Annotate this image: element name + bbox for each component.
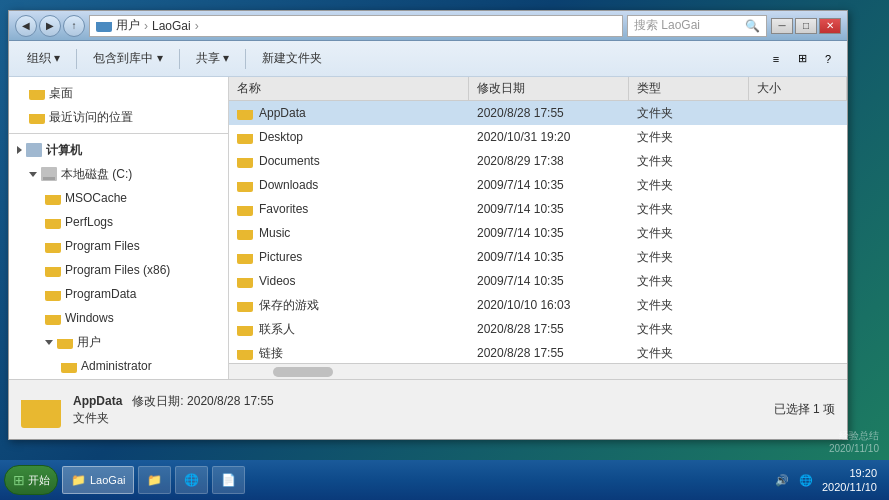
up-button[interactable]: ↑ (63, 15, 85, 37)
explorer-window: ◀ ▶ ↑ 用户 › LaoGai › 搜索 LaoGai 🔍 (8, 10, 848, 440)
file-date: 2020/8/28 17:55 (469, 317, 629, 341)
column-header-date[interactable]: 修改日期 (469, 77, 629, 100)
folder-icon (237, 251, 253, 264)
systray-icon-1[interactable]: 🔊 (774, 472, 790, 488)
file-size (749, 125, 847, 149)
forward-button[interactable]: ▶ (39, 15, 61, 37)
sidebar-item-desktop[interactable]: 桌面 (9, 81, 228, 105)
table-row[interactable]: 联系人2020/8/28 17:55文件夹 (229, 317, 847, 341)
sidebar-item-administrator[interactable]: Administrator (9, 354, 228, 378)
folder-icon (45, 312, 61, 325)
folder-icon (29, 87, 45, 100)
file-date: 2020/10/10 16:03 (469, 293, 629, 317)
file-type: 文件夹 (629, 197, 749, 221)
taskbar-item-chrome[interactable]: 🌐 (175, 466, 208, 494)
folder-icon (237, 179, 253, 192)
file-type: 文件夹 (629, 125, 749, 149)
sidebar-computer-header[interactable]: 计算机 (9, 138, 228, 162)
file-type: 文件夹 (629, 101, 749, 125)
view-details-button[interactable]: ≡ (765, 48, 787, 70)
column-header-size[interactable]: 大小 (749, 77, 847, 100)
sidebar-item-msocache[interactable]: MSOCache (9, 186, 228, 210)
folder-icon (237, 131, 253, 144)
window-controls: ─ □ ✕ (771, 18, 841, 34)
file-date: 2009/7/14 10:35 (469, 173, 629, 197)
separator (76, 49, 77, 69)
table-row[interactable]: AppData2020/8/28 17:55文件夹 (229, 101, 847, 125)
table-row[interactable]: 保存的游戏2020/10/10 16:03文件夹 (229, 293, 847, 317)
breadcrumb-item[interactable]: 用户 (116, 17, 140, 34)
title-bar: ◀ ▶ ↑ 用户 › LaoGai › 搜索 LaoGai 🔍 (9, 11, 847, 41)
folder-icon (237, 155, 253, 168)
watermark: 经验总结 2020/11/10 (829, 429, 879, 454)
file-list: AppData2020/8/28 17:55文件夹Desktop2020/10/… (229, 101, 847, 363)
file-size (749, 221, 847, 245)
scrollbar-thumb[interactable] (273, 367, 333, 377)
file-size (749, 245, 847, 269)
file-date: 2020/8/28 17:55 (469, 101, 629, 125)
sidebar-item-windows[interactable]: Windows (9, 306, 228, 330)
table-row[interactable]: 链接2020/8/28 17:55文件夹 (229, 341, 847, 363)
organize-button[interactable]: 组织 ▾ (17, 45, 70, 73)
include-library-button[interactable]: 包含到库中 ▾ (83, 45, 172, 73)
sidebar-item-recent[interactable]: 最近访问的位置 (9, 105, 228, 129)
breadcrumb: 用户 › LaoGai › (116, 17, 201, 34)
address-bar[interactable]: 用户 › LaoGai › (89, 15, 623, 37)
start-button[interactable]: ⊞ 开始 (4, 465, 58, 495)
file-name: Documents (259, 154, 320, 168)
file-name: Pictures (259, 250, 302, 264)
table-row[interactable]: Desktop2020/10/31 19:20文件夹 (229, 125, 847, 149)
table-row[interactable]: Videos2009/7/14 10:35文件夹 (229, 269, 847, 293)
file-type: 文件夹 (629, 269, 749, 293)
separator (179, 49, 180, 69)
title-bar-left: ◀ ▶ ↑ 用户 › LaoGai › 搜索 LaoGai 🔍 (15, 15, 767, 37)
sidebar-item-users[interactable]: 用户 (9, 330, 228, 354)
status-count: 已选择 1 项 (774, 401, 835, 418)
maximize-button[interactable]: □ (795, 18, 817, 34)
file-size (749, 341, 847, 363)
sidebar-item-c-drive[interactable]: 本地磁盘 (C:) (9, 162, 228, 186)
search-bar[interactable]: 搜索 LaoGai 🔍 (627, 15, 767, 37)
file-size (749, 173, 847, 197)
file-size (749, 101, 847, 125)
folder-icon (45, 264, 61, 277)
help-button[interactable]: ? (817, 48, 839, 70)
back-button[interactable]: ◀ (15, 15, 37, 37)
table-row[interactable]: Music2009/7/14 10:35文件夹 (229, 221, 847, 245)
file-type: 文件夹 (629, 341, 749, 363)
taskbar-item-folder[interactable]: 📁 (138, 466, 171, 494)
share-button[interactable]: 共享 ▾ (186, 45, 239, 73)
status-bar: AppData 修改日期: 2020/8/28 17:55 文件夹 已选择 1 … (9, 379, 847, 439)
file-type: 文件夹 (629, 245, 749, 269)
taskbar: ⊞ 开始 📁 LaoGai 📁 🌐 📄 🔊 🌐 19:20 2020/11/10 (0, 460, 889, 500)
folder-icon (45, 240, 61, 253)
table-row[interactable]: Pictures2009/7/14 10:35文件夹 (229, 245, 847, 269)
table-row[interactable]: Downloads2009/7/14 10:35文件夹 (229, 173, 847, 197)
file-size (749, 293, 847, 317)
view-tiles-button[interactable]: ⊞ (791, 48, 813, 70)
file-name: Videos (259, 274, 295, 288)
systray-icon-2[interactable]: 🌐 (798, 472, 814, 488)
minimize-button[interactable]: ─ (771, 18, 793, 34)
breadcrumb-item-current[interactable]: LaoGai (152, 19, 191, 33)
sidebar-computer-section: 计算机 本地磁盘 (C:) MSOCache PerfLogs P (9, 138, 228, 379)
column-header-name[interactable]: 名称 (229, 77, 469, 100)
table-row[interactable]: Documents2020/8/29 17:38文件夹 (229, 149, 847, 173)
main-content: 桌面 最近访问的位置 计算机 本地磁盘 (C:) (9, 77, 847, 379)
folder-icon (237, 347, 253, 360)
horizontal-scrollbar[interactable] (229, 363, 847, 379)
sidebar-item-program-files[interactable]: Program Files (9, 234, 228, 258)
taskbar-item-explorer[interactable]: 📁 LaoGai (62, 466, 134, 494)
close-button[interactable]: ✕ (819, 18, 841, 34)
new-folder-button[interactable]: 新建文件夹 (252, 45, 332, 73)
file-date: 2020/8/28 17:55 (469, 341, 629, 363)
taskbar-item-doc[interactable]: 📄 (212, 466, 245, 494)
sidebar-item-perflogs[interactable]: PerfLogs (9, 210, 228, 234)
table-row[interactable]: Favorites2009/7/14 10:35文件夹 (229, 197, 847, 221)
column-header-type[interactable]: 类型 (629, 77, 749, 100)
folder-icon (237, 203, 253, 216)
status-info: AppData 修改日期: 2020/8/28 17:55 文件夹 (73, 393, 274, 427)
sidebar-item-programdata[interactable]: ProgramData (9, 282, 228, 306)
sidebar-item-program-files-x86[interactable]: Program Files (x86) (9, 258, 228, 282)
folder-icon (237, 299, 253, 312)
